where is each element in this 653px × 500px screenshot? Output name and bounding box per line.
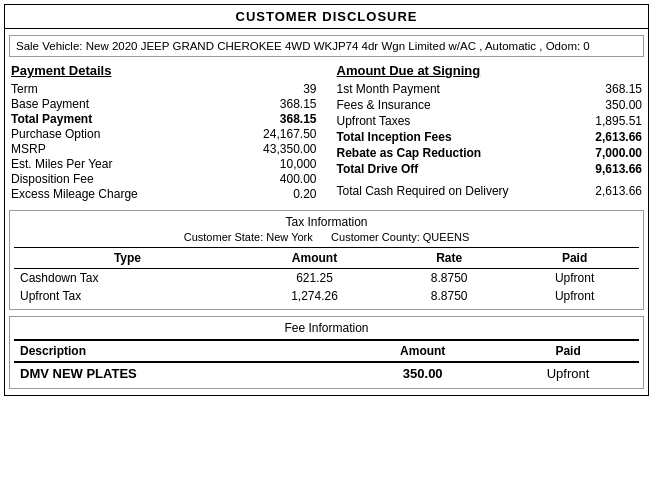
amount-due-row: Total Drive Off9,613.66 (337, 162, 643, 176)
total-cash-row: Total Cash Required on Delivery 2,613.66 (337, 184, 643, 198)
payment-detail-row: Term39 (11, 82, 317, 96)
payment-row-label: MSRP (11, 142, 46, 156)
amount-due-section: Amount Due at Signing 1st Month Payment3… (327, 63, 643, 202)
payment-row-value: 368.15 (280, 112, 317, 126)
total-cash-label: Total Cash Required on Delivery (337, 184, 509, 198)
tax-state: Customer State: New York (184, 231, 313, 243)
amount-due-value: 1,895.51 (595, 114, 642, 128)
tax-table-header-row: Type Amount Rate Paid (14, 248, 639, 269)
payment-rows: Term39Base Payment368.15Total Payment368… (11, 82, 317, 201)
payment-detail-row: Total Payment368.15 (11, 112, 317, 126)
tax-table-row: Cashdown Tax 621.25 8.8750 Upfront (14, 269, 639, 288)
amount-due-value: 9,613.66 (595, 162, 642, 176)
fee-amount: 350.00 (348, 362, 497, 384)
payment-detail-row: MSRP43,350.00 (11, 142, 317, 156)
amount-due-value: 350.00 (605, 98, 642, 112)
payment-row-value: 43,350.00 (263, 142, 316, 156)
tax-table-title: Tax Information (14, 215, 639, 229)
payment-details-section: Payment Details Term39Base Payment368.15… (11, 63, 327, 202)
main-content: Payment Details Term39Base Payment368.15… (5, 63, 648, 202)
amount-due-label: 1st Month Payment (337, 82, 440, 96)
tax-col-type: Type (14, 248, 241, 269)
payment-detail-row: Disposition Fee400.00 (11, 172, 317, 186)
tax-table-wrapper: Tax Information Customer State: New York… (9, 210, 644, 310)
amount-due-label: Total Drive Off (337, 162, 419, 176)
payment-row-label: Term (11, 82, 38, 96)
fee-table-row: DMV NEW PLATES 350.00 Upfront (14, 362, 639, 384)
payment-row-label: Total Payment (11, 112, 92, 126)
amount-due-row: Total Inception Fees2,613.66 (337, 130, 643, 144)
payment-detail-row: Excess Mileage Charge0.20 (11, 187, 317, 201)
payment-row-label: Est. Miles Per Year (11, 157, 112, 171)
payment-row-label: Purchase Option (11, 127, 100, 141)
payment-row-label: Disposition Fee (11, 172, 94, 186)
payment-row-value: 0.20 (293, 187, 316, 201)
fee-table-body: DMV NEW PLATES 350.00 Upfront (14, 362, 639, 384)
total-cash-value: 2,613.66 (595, 184, 642, 198)
amount-due-row: Fees & Insurance350.00 (337, 98, 643, 112)
fee-table-wrapper: Fee Information Description Amount Paid … (9, 316, 644, 389)
tax-table-subtitle: Customer State: New York Customer County… (14, 231, 639, 243)
payment-detail-row: Purchase Option24,167.50 (11, 127, 317, 141)
tax-col-rate: Rate (388, 248, 510, 269)
tax-amount: 621.25 (241, 269, 388, 288)
payment-details-heading: Payment Details (11, 63, 317, 78)
payment-row-label: Excess Mileage Charge (11, 187, 138, 201)
fee-table-title: Fee Information (14, 321, 639, 335)
tax-type: Upfront Tax (14, 287, 241, 305)
tax-amount: 1,274.26 (241, 287, 388, 305)
amount-due-row: 1st Month Payment368.15 (337, 82, 643, 96)
amount-due-rows: 1st Month Payment368.15Fees & Insurance3… (337, 82, 643, 176)
amount-due-value: 2,613.66 (595, 130, 642, 144)
payment-row-value: 368.15 (280, 97, 317, 111)
fee-col-paid: Paid (497, 340, 639, 362)
tax-rate: 8.8750 (388, 287, 510, 305)
tax-col-amount: Amount (241, 248, 388, 269)
fee-table-header-row: Description Amount Paid (14, 340, 639, 362)
tax-rate: 8.8750 (388, 269, 510, 288)
payment-row-value: 10,000 (280, 157, 317, 171)
tax-type: Cashdown Tax (14, 269, 241, 288)
tax-paid: Upfront (510, 287, 639, 305)
page-wrapper: CUSTOMER DISCLOSURE Sale Vehicle: New 20… (4, 4, 649, 396)
vehicle-label: Sale Vehicle: (16, 40, 83, 52)
vehicle-bar: Sale Vehicle: New 2020 JEEP GRAND CHEROK… (9, 35, 644, 57)
amount-due-label: Upfront Taxes (337, 114, 411, 128)
amount-due-value: 368.15 (605, 82, 642, 96)
vehicle-details: New 2020 JEEP GRAND CHEROKEE 4WD WKJP74 … (86, 40, 590, 52)
title-text: CUSTOMER DISCLOSURE (236, 9, 418, 24)
payment-detail-row: Base Payment368.15 (11, 97, 317, 111)
tax-table-body: Cashdown Tax 621.25 8.8750 Upfront Upfro… (14, 269, 639, 306)
payment-row-value: 400.00 (280, 172, 317, 186)
amount-due-value: 7,000.00 (595, 146, 642, 160)
tax-table: Type Amount Rate Paid Cashdown Tax 621.2… (14, 247, 639, 305)
payment-row-value: 24,167.50 (263, 127, 316, 141)
amount-due-label: Total Inception Fees (337, 130, 452, 144)
fee-description: DMV NEW PLATES (14, 362, 348, 384)
fee-col-amount: Amount (348, 340, 497, 362)
page-title: CUSTOMER DISCLOSURE (5, 5, 648, 29)
amount-due-heading: Amount Due at Signing (337, 63, 643, 78)
tax-county: Customer County: QUEENS (331, 231, 469, 243)
fee-col-description: Description (14, 340, 348, 362)
tax-table-row: Upfront Tax 1,274.26 8.8750 Upfront (14, 287, 639, 305)
payment-row-label: Base Payment (11, 97, 89, 111)
fee-table: Description Amount Paid DMV NEW PLATES 3… (14, 339, 639, 384)
fee-paid: Upfront (497, 362, 639, 384)
amount-due-row: Upfront Taxes1,895.51 (337, 114, 643, 128)
amount-due-label: Rebate as Cap Reduction (337, 146, 482, 160)
tax-col-paid: Paid (510, 248, 639, 269)
payment-row-value: 39 (303, 82, 316, 96)
payment-detail-row: Est. Miles Per Year10,000 (11, 157, 317, 171)
amount-due-row: Rebate as Cap Reduction7,000.00 (337, 146, 643, 160)
amount-due-label: Fees & Insurance (337, 98, 431, 112)
tax-paid: Upfront (510, 269, 639, 288)
